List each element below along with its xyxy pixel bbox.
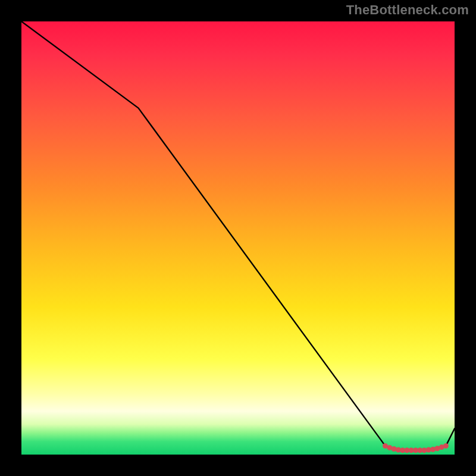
highlight-markers bbox=[383, 443, 449, 453]
watermark-text: TheBottleneck.com bbox=[346, 2, 469, 18]
chart-frame: TheBottleneck.com bbox=[0, 0, 476, 476]
plot-area bbox=[21, 21, 455, 455]
highlight-dot bbox=[443, 443, 449, 449]
plot-svg bbox=[21, 21, 455, 455]
curve-line bbox=[21, 21, 455, 450]
